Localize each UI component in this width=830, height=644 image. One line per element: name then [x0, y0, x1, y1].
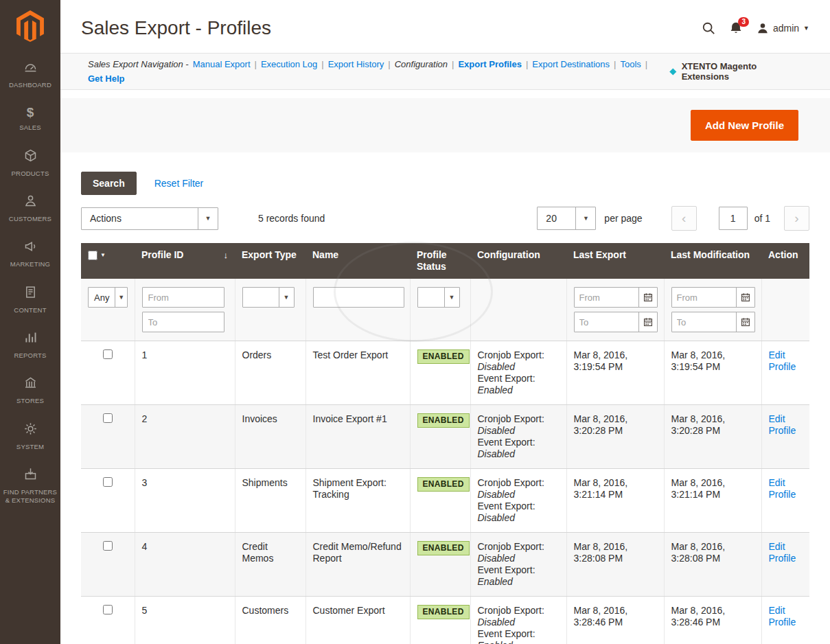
edit-profile-link[interactable]: Edit Profile: [769, 413, 796, 436]
cell-name: Test Order Export: [306, 341, 410, 405]
cell-export-type: Invoices: [235, 405, 306, 469]
sidebar-item-stores[interactable]: STORES: [0, 368, 60, 413]
sidebar-item-dashboard[interactable]: DASHBOARD: [0, 52, 60, 97]
status-badge: ENABLED: [417, 605, 470, 619]
cronjob-export-label: Cronjob Export:: [478, 349, 560, 361]
sidebar-item-label: CONTENT: [14, 306, 46, 314]
column-header-profile-status[interactable]: Profile Status: [410, 243, 470, 279]
page-actions-bar: Add New Profile: [60, 98, 830, 152]
magento-logo[interactable]: [0, 0, 60, 52]
row-checkbox[interactable]: [103, 413, 113, 423]
nav-link-export-destinations[interactable]: Export Destinations: [532, 59, 610, 69]
export-type-filter-select[interactable]: ▼: [242, 287, 295, 308]
nav-link-manual-export[interactable]: Manual Export: [193, 59, 251, 69]
last-export-to-input[interactable]: [575, 312, 638, 332]
calendar-icon[interactable]: [638, 288, 657, 307]
column-header-export-type[interactable]: Export Type: [235, 243, 306, 279]
notifications-bell-icon[interactable]: 3: [729, 21, 743, 35]
event-export-value: Enabled: [478, 384, 560, 396]
sidebar-item-find-partners[interactable]: FIND PARTNERS & EXTENSIONS: [0, 459, 60, 514]
nav-link-export-profiles[interactable]: Export Profiles: [458, 59, 521, 69]
calendar-icon[interactable]: [638, 312, 657, 332]
xtento-brand[interactable]: XTENTO Magento Extensions: [669, 61, 803, 82]
column-header-configuration[interactable]: Configuration: [470, 243, 566, 279]
column-header-name[interactable]: Name: [306, 243, 410, 279]
actions-select-value: Actions: [82, 208, 198, 229]
page-number-input[interactable]: [719, 207, 748, 230]
event-export-value: Enabled: [478, 640, 560, 644]
per-page-select[interactable]: 20 ▼: [537, 207, 596, 230]
actions-select[interactable]: Actions ▼: [81, 207, 218, 230]
products-icon: [23, 148, 38, 165]
sidebar-item-customers[interactable]: CUSTOMERS: [0, 186, 60, 231]
last-modification-to-input[interactable]: [672, 312, 736, 332]
nav-link-get-help[interactable]: Get Help: [88, 73, 124, 84]
admin-user-menu[interactable]: admin ▼: [757, 22, 809, 34]
profile-id-from-input[interactable]: [142, 287, 224, 308]
row-checkbox[interactable]: [103, 349, 113, 359]
cell-configuration: Cronjob Export: Disabled Event Export: D…: [470, 469, 566, 533]
sidebar-item-content[interactable]: CONTENT: [0, 277, 60, 323]
cronjob-export-label: Cronjob Export:: [478, 477, 560, 489]
last-export-from-input[interactable]: [575, 288, 638, 307]
sort-descending-icon[interactable]: ↓: [224, 249, 229, 261]
row-checkbox[interactable]: [103, 541, 113, 551]
row-checkbox[interactable]: [103, 605, 113, 614]
massaction-any-select[interactable]: Any ▼: [88, 287, 128, 308]
nav-separator: |: [321, 59, 323, 69]
profile-id-to-input[interactable]: [142, 312, 224, 332]
grid-header-row: ▼ Profile ID ↓ Export Type Name Profile …: [81, 243, 809, 279]
app-window: DASHBOARD $ SALES PRODUCTS CUSTOMERS MAR…: [0, 0, 830, 644]
profile-status-filter-select[interactable]: ▼: [417, 287, 460, 308]
admin-sidebar: DASHBOARD $ SALES PRODUCTS CUSTOMERS MAR…: [0, 0, 60, 644]
name-filter-input[interactable]: [313, 287, 404, 308]
chevron-down-icon: ▼: [444, 288, 459, 307]
sidebar-item-system[interactable]: SYSTEM: [0, 414, 60, 459]
edit-profile-link[interactable]: Edit Profile: [769, 541, 796, 564]
edit-profile-link[interactable]: Edit Profile: [769, 605, 796, 628]
column-header-last-modification[interactable]: Last Modification: [664, 243, 761, 279]
nav-link-export-history[interactable]: Export History: [328, 59, 384, 69]
cronjob-export-value: Disabled: [478, 617, 560, 628]
cell-last-export: Mar 8, 2016, 3:20:28 PM: [566, 405, 664, 469]
per-page-value: 20: [538, 207, 575, 229]
nav-link-execution-log[interactable]: Execution Log: [261, 59, 317, 69]
sidebar-item-label: SALES: [19, 124, 41, 132]
cell-last-modification: Mar 8, 2016, 3:19:54 PM: [664, 341, 761, 405]
status-badge: ENABLED: [417, 349, 470, 364]
xtento-brand-label: XTENTO Magento Extensions: [682, 61, 803, 82]
module-nav-prefix: Sales Export Navigation -: [88, 59, 189, 69]
reset-filter-link[interactable]: Reset Filter: [154, 178, 204, 189]
previous-page-button[interactable]: ‹: [671, 206, 697, 231]
sidebar-item-sales[interactable]: $ SALES: [0, 97, 60, 140]
sidebar-item-reports[interactable]: REPORTS: [0, 323, 60, 368]
event-export-value: Enabled: [478, 576, 560, 588]
column-header-last-export[interactable]: Last Export: [566, 243, 664, 279]
cell-profile-id: 5: [135, 597, 235, 644]
event-export-label: Event Export:: [478, 564, 560, 576]
select-all-checkbox[interactable]: [88, 251, 97, 260]
sidebar-item-marketing[interactable]: MARKETING: [0, 231, 60, 277]
column-header-profile-id[interactable]: Profile ID: [141, 249, 183, 261]
nav-link-configuration[interactable]: Configuration: [395, 59, 448, 69]
cell-profile-id: 3: [135, 469, 235, 533]
next-page-button[interactable]: ›: [784, 206, 809, 231]
column-header-action: Action: [761, 243, 809, 279]
pagination: ‹ of 1 ›: [671, 206, 809, 231]
calendar-icon[interactable]: [736, 312, 754, 332]
search-button[interactable]: Search: [81, 172, 137, 195]
select-all-dropdown-icon[interactable]: ▼: [100, 249, 106, 261]
sidebar-item-label: MARKETING: [10, 260, 50, 268]
cell-export-type: Orders: [235, 341, 306, 405]
nav-separator: |: [526, 59, 528, 69]
sidebar-item-products[interactable]: PRODUCTS: [0, 141, 60, 186]
edit-profile-link[interactable]: Edit Profile: [769, 477, 796, 500]
status-badge: ENABLED: [417, 541, 470, 555]
row-checkbox[interactable]: [103, 477, 113, 487]
calendar-icon[interactable]: [736, 288, 754, 307]
edit-profile-link[interactable]: Edit Profile: [769, 349, 796, 372]
last-modification-from-input[interactable]: [672, 288, 736, 307]
add-new-profile-button[interactable]: Add New Profile: [691, 110, 798, 141]
search-icon[interactable]: [702, 21, 715, 35]
nav-link-tools[interactable]: Tools: [620, 59, 641, 69]
